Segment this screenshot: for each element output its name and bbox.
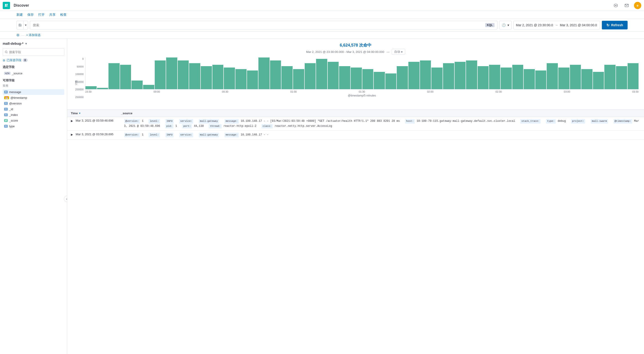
chart-bar-8[interactable] <box>178 61 189 89</box>
chart-bar-12[interactable] <box>224 68 235 89</box>
field-item-source[interactable]: </> _source <box>3 71 64 76</box>
chart-bar-17[interactable] <box>282 66 292 89</box>
chart-bar-36[interactable] <box>501 68 512 89</box>
chart-bar-15[interactable] <box>258 58 270 89</box>
col-time-label: Time <box>71 112 78 115</box>
chart-bar-39[interactable] <box>535 71 546 89</box>
chart-bar-2[interactable] <box>108 63 120 89</box>
chart-bar-9[interactable] <box>189 63 200 89</box>
field-search-input[interactable] <box>9 50 62 54</box>
chart-bar-32[interactable] <box>455 62 466 89</box>
field-item-score[interactable]: # _score <box>3 118 64 123</box>
chart-bar-13[interactable] <box>236 69 246 89</box>
chart-bars[interactable] <box>85 58 638 89</box>
field-search-container[interactable] <box>3 48 64 56</box>
index-dropdown-icon[interactable]: ▾ <box>25 42 27 45</box>
chart-bar-25[interactable] <box>374 72 385 89</box>
chart-bar-23[interactable] <box>351 68 362 89</box>
sidebar: mall-debug-* ▾ ◀ ⊜ 已筛选字段 0 选定字段 </> _sou… <box>0 39 67 354</box>
chart-bar-11[interactable] <box>212 65 224 89</box>
y-label-100000: 100000 <box>73 73 84 76</box>
chart-bar-4[interactable] <box>132 81 143 89</box>
field-item-timestamp[interactable]: 📅 @timestamp <box>3 95 64 101</box>
chart-bar-19[interactable] <box>305 63 316 89</box>
search-save-icon[interactable] <box>17 21 24 29</box>
chart-bar-33[interactable] <box>466 61 477 89</box>
chart-bar-1[interactable] <box>97 88 108 89</box>
chart-bar-31[interactable] <box>443 63 454 89</box>
chart-bar-42[interactable] <box>570 65 581 89</box>
chart-dash: — <box>386 50 390 54</box>
open-button[interactable]: 打开 <box>38 13 45 17</box>
expand-icon-1[interactable]: ▶ <box>71 119 73 123</box>
chart-bar-38[interactable] <box>524 69 535 89</box>
field-type-cal-timestamp: 📅 <box>4 96 9 99</box>
user-avatar[interactable]: e <box>634 2 641 9</box>
field-name-source: _source <box>12 72 22 75</box>
chart-bar-6[interactable] <box>155 61 166 89</box>
chart-bar-24[interactable] <box>362 69 374 89</box>
chart-bar-18[interactable] <box>293 69 304 89</box>
filter-row: ⊜ — + 添加筛选 <box>0 32 644 39</box>
time-range-display[interactable]: Mar 2, 2021 @ 23:30:00.0 → Mar 3, 2021 @… <box>514 21 600 30</box>
chart-bar-10[interactable] <box>201 66 212 89</box>
add-filter-button[interactable]: + 添加筛选 <box>26 33 40 37</box>
search-input[interactable] <box>33 23 485 27</box>
field-item-type[interactable]: t type <box>3 123 64 129</box>
chart-bar-37[interactable] <box>512 65 524 89</box>
column-time[interactable]: Time ▼ <box>71 112 116 115</box>
kql-badge[interactable]: KQL <box>485 23 494 27</box>
chart-bar-46[interactable] <box>616 66 627 89</box>
chart-bar-41[interactable] <box>558 68 570 89</box>
inspect-button[interactable]: 检查 <box>60 13 66 17</box>
chart-bar-35[interactable] <box>489 65 500 89</box>
chart-bar-20[interactable] <box>316 59 327 89</box>
auto-dropdown-icon: ▾ <box>401 50 403 54</box>
chart-bar-44[interactable] <box>593 72 604 89</box>
search-type-dropdown[interactable]: ▾ <box>24 24 28 27</box>
chart-bar-43[interactable] <box>581 69 592 89</box>
chart-bar-28[interactable] <box>408 62 420 89</box>
chart-bar-3[interactable] <box>120 65 131 89</box>
expand-icon-2[interactable]: ▶ <box>71 133 73 136</box>
result-row-2-header[interactable]: ▶ Mar 3, 2021 @ 03:59:28.695 @version: 1… <box>67 131 644 139</box>
chart-bar-0[interactable] <box>86 86 96 89</box>
filter-icon[interactable]: ⊜ <box>16 33 19 37</box>
chart-bar-40[interactable] <box>547 63 558 89</box>
search-input-container[interactable]: KQL <box>30 21 498 30</box>
chart-bar-14[interactable] <box>247 71 258 89</box>
chart-bar-30[interactable] <box>432 68 442 89</box>
settings-icon[interactable] <box>612 2 620 9</box>
field-item-version[interactable]: t @version <box>3 101 64 106</box>
mail-icon[interactable] <box>623 2 630 9</box>
chart-bar-5[interactable] <box>143 85 154 89</box>
refresh-button[interactable]: ↻ Refresh <box>602 21 628 30</box>
chart-bar-34[interactable] <box>478 66 489 89</box>
chart-bar-16[interactable] <box>270 61 281 89</box>
chart-bar-7[interactable] <box>166 58 177 89</box>
chart-bar-29[interactable] <box>420 61 431 89</box>
chart-bar-45[interactable] <box>604 65 616 89</box>
auto-interval-button[interactable]: 自动 ▾ <box>392 49 405 55</box>
save-button[interactable]: 保存 <box>27 13 34 17</box>
time-to: Mar 3, 2021 @ 04:00:00.0 <box>560 23 597 27</box>
field-type-t-version: t <box>4 102 8 105</box>
chart-bar-27[interactable] <box>397 66 408 89</box>
filter-toggle-icon: ⊜ <box>3 59 5 62</box>
result-source-1: @version: 1 level: INFO service: mall-ga… <box>124 119 640 129</box>
result-row-1-header[interactable]: ▶ Mar 3, 2021 @ 03:59:48.696 @version: 1… <box>67 117 644 131</box>
search-type-selector[interactable]: ▾ <box>16 21 28 30</box>
new-button[interactable]: 新建 <box>16 13 23 17</box>
share-button[interactable]: 共享 <box>49 13 56 17</box>
main-content: mall-debug-* ▾ ◀ ⊜ 已筛选字段 0 选定字段 </> _sou… <box>0 39 644 354</box>
field-item-index[interactable]: t _index <box>3 112 64 118</box>
field-item-id[interactable]: t _id <box>3 106 64 112</box>
filtered-fields-toggle[interactable]: ⊜ 已筛选字段 0 <box>3 58 64 62</box>
chart-bar-47[interactable] <box>628 63 639 89</box>
field-item-message[interactable]: t message <box>3 89 64 95</box>
chart-bar-22[interactable] <box>339 66 350 89</box>
chart-bar-21[interactable] <box>328 62 339 89</box>
time-picker[interactable]: 🕐 ▾ <box>499 21 512 30</box>
chart-bar-26[interactable] <box>385 74 396 89</box>
collapse-sidebar-button[interactable]: ◀ <box>64 196 67 202</box>
